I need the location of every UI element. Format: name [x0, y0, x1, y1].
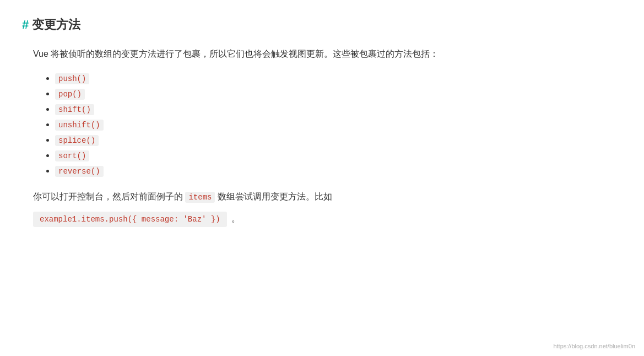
- code-block-line: example1.items.push({ message: 'Baz' }) …: [22, 211, 622, 227]
- bottom-paragraph: 你可以打开控制台，然后对前面例子的 items 数组尝试调用变更方法。比如: [22, 189, 622, 205]
- bottom-text-before: 你可以打开控制台，然后对前面例子的: [33, 192, 183, 201]
- method-item: shift(): [55, 104, 622, 114]
- method-item: splice(): [55, 135, 622, 145]
- method-item: unshift(): [55, 120, 622, 130]
- code-example: example1.items.push({ message: 'Baz' }): [33, 212, 227, 227]
- bottom-text-after: 数组尝试调用变更方法。比如: [218, 192, 332, 201]
- page-heading: # 变更方法: [22, 17, 622, 33]
- description-text: Vue 将被侦听的数组的变更方法进行了包裹，所以它们也将会触发视图更新。这些被包…: [22, 46, 622, 62]
- method-item: push(): [55, 73, 622, 83]
- method-item: pop(): [55, 89, 622, 99]
- methods-list: push()pop()shift()unshift()splice()sort(…: [22, 73, 622, 176]
- method-item: sort(): [55, 150, 622, 160]
- ending-punctuation: 。: [231, 214, 240, 223]
- watermark: https://blog.csdn.net/bluelim0n: [553, 343, 635, 349]
- method-item: reverse(): [55, 166, 622, 176]
- heading-title: 变更方法: [32, 17, 80, 33]
- items-code: items: [185, 192, 215, 203]
- heading-hash: #: [22, 18, 29, 32]
